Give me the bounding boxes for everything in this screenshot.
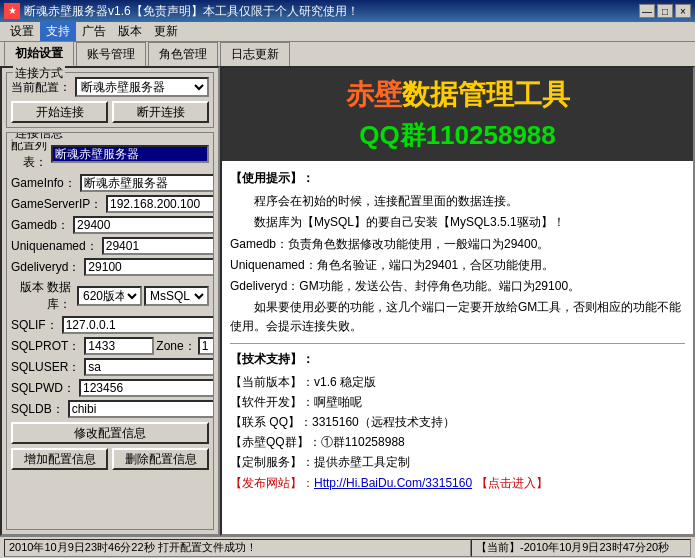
banner-qq: QQ群110258988 <box>230 118 685 153</box>
tech-version: 【当前版本】： v1.6 稳定版 <box>230 373 685 392</box>
status-bar: 2010年10月9日23时46分22秒 打开配置文件成功！ 【当前】-2010年… <box>0 536 695 558</box>
tech-developer: 【软件开发】： 啊壁啪呢 <box>230 393 685 412</box>
tech-custom: 【定制服务】： 提供赤壁工具定制 <box>230 453 685 472</box>
tech-website: 【发布网站】： Http://Hi.BaiDu.Com/3315160 【点击进… <box>230 474 685 493</box>
sqlif-value[interactable] <box>62 316 214 334</box>
divider <box>230 343 685 344</box>
tab-account-mgmt[interactable]: 账号管理 <box>76 42 146 66</box>
status-left: 2010年10月9日23时46分22秒 打开配置文件成功！ <box>4 539 471 557</box>
uniquenamed-key: Uniquenamed： <box>11 238 102 255</box>
tech-qq-group-val: ①群110258988 <box>321 433 405 452</box>
start-connect-button[interactable]: 开始连接 <box>11 101 108 123</box>
gdeliveryd-row: Gdeliveryd： <box>11 258 209 276</box>
disconnect-button[interactable]: 断开连接 <box>112 101 209 123</box>
window-title: 断魂赤壁服务器v1.6【免责声明】本工具仅限于个人研究使用！ <box>24 3 639 20</box>
gameinfo-row: GameInfo： <box>11 174 209 192</box>
tech-qq: 【联系 QQ】： 3315160（远程技术支持） <box>230 413 685 432</box>
tech-website-val[interactable]: Http://Hi.BaiDu.Com/3315160 <box>314 474 472 493</box>
gamedb-row: Gamedb： <box>11 216 209 234</box>
right-panel: 赤壁数据管理工具 QQ群110258988 【使用提示】： 程序会在初始的时候，… <box>220 66 695 536</box>
menu-support[interactable]: 支持 <box>40 21 76 42</box>
connect-group: 连接方式 当前配置： 断魂赤壁服务器 开始连接 断开连接 <box>6 72 214 128</box>
left-panel: 连接方式 当前配置： 断魂赤壁服务器 开始连接 断开连接 连接信息 配置列表： … <box>0 66 220 536</box>
gamedb-value[interactable] <box>73 216 214 234</box>
usage-p2: 数据库为【MySQL】的要自己安装【MySQL3.5.1驱动】！ <box>230 213 685 232</box>
menu-update[interactable]: 更新 <box>148 21 184 42</box>
tech-custom-val: 提供赤壁工具定制 <box>314 453 410 472</box>
info-item-3: 如果要使用必要的功能，这几个端口一定要开放给GM工具，否则相应的功能不能使用。会… <box>230 298 685 336</box>
info-group-label: 连接信息 <box>13 132 65 142</box>
current-config-select[interactable]: 断魂赤壁服务器 <box>75 77 209 97</box>
db-version-key: 版本 数据库： <box>11 279 75 313</box>
modify-config-button[interactable]: 修改配置信息 <box>11 422 209 444</box>
info-content-area: 【使用提示】： 程序会在初始的时候，连接配置里面的数据连接。 数据库为【MySQ… <box>222 161 693 534</box>
sqluser-key: SQLUSER： <box>11 359 84 376</box>
db-version-select[interactable]: 620版本 <box>77 286 142 306</box>
gameinfo-key: GameInfo： <box>11 175 80 192</box>
tech-qq-group: 【赤壁QQ群】： ①群110258988 <box>230 433 685 452</box>
db-type-select[interactable]: MsSQL库 <box>144 286 209 306</box>
menu-version[interactable]: 版本 <box>112 21 148 42</box>
tech-version-key: 【当前版本】： <box>230 373 314 392</box>
tech-developer-val: 啊壁啪呢 <box>314 393 362 412</box>
sqlif-key: SQLIF： <box>11 317 62 334</box>
banner-title: 赤壁数据管理工具 <box>230 76 685 114</box>
sqlprot-value[interactable] <box>84 337 154 355</box>
tab-bar: 初始设置 账号管理 角色管理 日志更新 <box>0 42 695 66</box>
banner: 赤壁数据管理工具 QQ群110258988 <box>222 68 693 161</box>
info-section: 连接信息 配置列表： GameInfo： GameServerIP： Gamed… <box>6 132 214 530</box>
sqlpwd-key: SQLPWD： <box>11 380 79 397</box>
sqlprot-zone-row: SQLPROT： Zone： <box>11 337 209 355</box>
config-list-value[interactable] <box>51 145 209 163</box>
title-bar: ★ 断魂赤壁服务器v1.6【免责声明】本工具仅限于个人研究使用！ — □ × <box>0 0 695 22</box>
sqlpwd-value[interactable] <box>79 379 214 397</box>
maximize-button[interactable]: □ <box>657 4 673 18</box>
tech-qq-key: 【联系 QQ】： <box>230 413 312 432</box>
menu-ads[interactable]: 广告 <box>76 21 112 42</box>
delete-config-button[interactable]: 删除配置信息 <box>112 448 209 470</box>
sqlif-row: SQLIF： <box>11 316 209 334</box>
connect-group-label: 连接方式 <box>13 65 65 82</box>
close-button[interactable]: × <box>675 4 691 18</box>
gameserverip-value[interactable] <box>106 195 214 213</box>
info-item-2: Gdeliveryd：GM功能，发送公告、封停角色功能。端口为29100。 <box>230 277 685 296</box>
config-list-key: 配置列表： <box>11 137 51 171</box>
banner-title-text: 赤壁 <box>346 79 402 110</box>
tech-custom-key: 【定制服务】： <box>230 453 314 472</box>
tech-website-link[interactable]: 【点击进入】 <box>476 474 548 493</box>
gameserverip-row: GameServerIP： <box>11 195 209 213</box>
app-icon: ★ <box>4 3 20 19</box>
info-item-0: Gamedb：负责角色数据修改功能使用，一般端口为29400。 <box>230 235 685 254</box>
tech-version-val: v1.6 稳定版 <box>314 373 376 392</box>
tab-role-mgmt[interactable]: 角色管理 <box>148 42 218 66</box>
sqlprot-key: SQLPROT： <box>11 338 84 355</box>
banner-subtitle-text: 数据管理工具 <box>402 79 570 110</box>
tech-website-key: 【发布网站】： <box>230 474 314 493</box>
menu-bar: 设置 支持 广告 版本 更新 <box>0 22 695 42</box>
gameinfo-value[interactable] <box>80 174 214 192</box>
sqluser-row: SQLUSER： <box>11 358 209 376</box>
sqldb-value[interactable] <box>68 400 214 418</box>
gdeliveryd-key: Gdeliveryd： <box>11 259 84 276</box>
uniquenamed-row: Uniquenamed： <box>11 237 209 255</box>
zone-value[interactable] <box>198 337 214 355</box>
minimize-button[interactable]: — <box>639 4 655 18</box>
window-controls: — □ × <box>639 4 691 18</box>
usage-p1: 程序会在初始的时候，连接配置里面的数据连接。 <box>230 192 685 211</box>
tech-developer-key: 【软件开发】： <box>230 393 314 412</box>
uniquenamed-value[interactable] <box>102 237 214 255</box>
gamedb-key: Gamedb： <box>11 217 73 234</box>
config-list-row: 配置列表： <box>11 137 209 171</box>
gdeliveryd-value[interactable] <box>84 258 214 276</box>
sqlpwd-row: SQLPWD： <box>11 379 209 397</box>
usage-title: 【使用提示】： <box>230 169 685 188</box>
status-right: 【当前】-2010年10月9日23时47分20秒 <box>471 539 691 557</box>
menu-settings[interactable]: 设置 <box>4 21 40 42</box>
zone-label: Zone： <box>154 338 197 355</box>
tab-log-update[interactable]: 日志更新 <box>220 42 290 66</box>
sqluser-value[interactable] <box>84 358 214 376</box>
info-item-1: Uniquenamed：角色名验证，端口为29401，合区功能使用。 <box>230 256 685 275</box>
add-config-button[interactable]: 增加配置信息 <box>11 448 108 470</box>
tab-initial-settings[interactable]: 初始设置 <box>4 41 74 66</box>
db-version-row: 版本 数据库： 620版本 MsSQL库 <box>11 279 209 313</box>
